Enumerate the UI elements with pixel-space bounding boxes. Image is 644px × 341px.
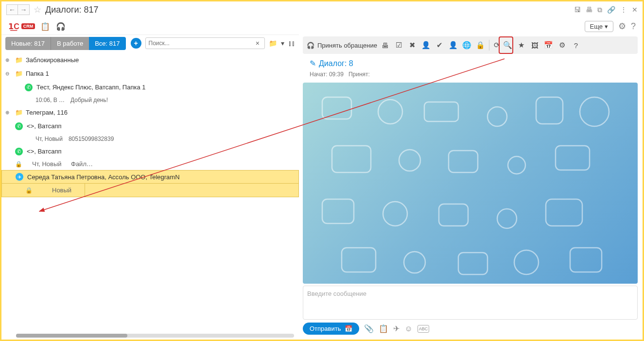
horizontal-scrollbar[interactable] (16, 334, 294, 338)
item-status: Новый (52, 187, 71, 194)
annotation-highlight-box (499, 36, 513, 54)
tree-label: Папка 1 (26, 70, 49, 77)
send-button[interactable]: Отправить 📅 (303, 323, 359, 335)
link-icon[interactable]: 🔗 (607, 6, 615, 14)
lock-icon: 🔒 (25, 187, 33, 194)
svg-rect-11 (322, 199, 354, 223)
tree-item-test-meta: 10:06, В … Добрый день! (1, 94, 299, 106)
lock-edit-icon[interactable]: 🔒 (475, 40, 486, 51)
svg-point-1 (378, 100, 402, 124)
calendar-icon[interactable]: 📅 (543, 40, 554, 51)
chat-check-icon[interactable]: ☑ (394, 40, 404, 51)
tree-row-folder1[interactable]: ⊖ 📁 Папка 1 (1, 67, 299, 81)
dialog-toolbar: 🎧 Принять обращение 🖶 ☑ ✖ 👤 ✔ 👤 🌐 🔒 ⟳ 🔍 … (303, 36, 638, 54)
printer-icon[interactable]: 🖶 (380, 40, 391, 51)
item-time: Чт, Новый (32, 160, 71, 168)
svg-rect-6 (332, 146, 371, 172)
pencil-icon: ✎ (310, 59, 316, 68)
chat-pattern-icon (303, 83, 638, 284)
left-pane: Новые: 817 В работе Все: 817 + × 📁 ▾ ⫿⫿ … (1, 34, 299, 340)
template-icon[interactable]: ✈ (393, 324, 400, 333)
clipboard-icon[interactable]: 📋 (40, 21, 51, 32)
message-input[interactable]: Введите сообщение (303, 286, 638, 320)
started-label: Начат: (310, 71, 328, 78)
svg-rect-10 (556, 146, 590, 170)
add-dialog-button[interactable]: + (131, 38, 141, 49)
paste-icon[interactable]: 📋 (379, 324, 388, 333)
calendar-small-icon: 📅 (345, 325, 352, 332)
emoji-icon[interactable]: ☺ (404, 324, 412, 333)
svg-point-14 (497, 209, 517, 228)
svg-rect-18 (458, 253, 487, 274)
globe-icon[interactable]: 🌐 (462, 40, 472, 51)
window-titlebar: ← → ☆ Диалоги: 817 🖫 🖶 ⧉ 🔗 ⋮ ✕ (1, 1, 643, 18)
tree-label: Заблокированные (26, 56, 79, 64)
headset-icon[interactable]: 🎧 (55, 21, 66, 32)
nav-back-button[interactable]: ← (6, 4, 18, 15)
whatsapp-icon: ✆ (25, 84, 33, 91)
more-button[interactable]: Еще ▾ (585, 21, 613, 32)
folder-icon: 📁 (15, 56, 23, 64)
svg-point-12 (383, 202, 407, 226)
contact-card-icon[interactable]: 👤 (448, 40, 459, 51)
search-box[interactable]: × (145, 37, 265, 49)
help-icon[interactable]: ? (571, 40, 581, 51)
scrollbar-thumb[interactable] (16, 334, 127, 338)
tab-in-work[interactable]: В работе (51, 37, 89, 50)
tree-row-blocked[interactable]: ⊕ 📁 Заблокированные (1, 53, 299, 67)
funnel-filter-icon[interactable]: ▾ (281, 39, 284, 47)
more-menu-icon[interactable]: ⋮ (620, 6, 627, 14)
accepted-label: Принят: (348, 71, 370, 78)
save-icon[interactable]: 🖫 (574, 6, 581, 14)
folder-icon: 📁 (15, 109, 23, 116)
columns-icon[interactable]: ⫿⫿ (288, 39, 295, 47)
item-time: 10:06, В … (35, 97, 65, 103)
tab-all[interactable]: Все: 817 (89, 37, 125, 50)
refresh-icon[interactable]: ⟳ (489, 40, 500, 51)
nav-forward-button[interactable]: → (18, 4, 30, 15)
settings-gear-icon[interactable]: ⚙ (618, 21, 626, 32)
dialog-header: ✎ Диалог: 8 Начат: 09:39 Принят: (303, 54, 643, 83)
tree-item-whatsapp-2[interactable]: ✆ <>, Ватсапп (1, 145, 299, 158)
collapse-icon[interactable]: ⊖ (5, 71, 12, 76)
logo-1c: 1͟C (8, 22, 19, 31)
clipboard-check-icon[interactable]: ✔ (435, 40, 445, 51)
gear-icon[interactable]: ⚙ (557, 40, 568, 51)
accept-label: Принять обращение (317, 42, 377, 49)
dialog-title[interactable]: ✎ Диалог: 8 (310, 59, 636, 68)
tab-new[interactable]: Новые: 817 (5, 37, 51, 50)
tree-item-test[interactable]: ✆ Тест, Яндекс Плюс, Ватсапп, Папка 1 (1, 81, 299, 94)
svg-rect-2 (424, 102, 458, 121)
clear-search-icon[interactable]: × (254, 39, 261, 47)
tree-item-whatsapp-1[interactable]: ✆ <>, Ватсапп (1, 119, 299, 133)
dialogs-tree[interactable]: ⊕ 📁 Заблокированные ⊖ 📁 Папка 1 ✆ Тест, … (1, 51, 299, 340)
app-top-bar: 1͟C CRM 📋 🎧 Еще ▾ ⚙ ? (1, 18, 643, 34)
close-icon[interactable]: ✕ (632, 6, 638, 14)
folder-filter-icon[interactable]: 📁 (269, 39, 277, 47)
search-input[interactable] (149, 40, 254, 47)
star-icon[interactable]: ★ (516, 40, 527, 51)
tree-item-selected[interactable]: ✈ Середа Татьяна Петровна, Ассоль ООО, T… (1, 170, 299, 184)
logo-crm: CRM (21, 23, 35, 29)
accept-request-button[interactable]: 🎧 Принять обращение (307, 42, 377, 49)
svg-rect-13 (439, 204, 468, 226)
expand-icon[interactable]: ⊕ (5, 110, 12, 115)
tree-item-whatsapp-2-meta: 🔒 Чт, Новый Файл… (1, 158, 299, 170)
abc-icon[interactable]: ABC (418, 325, 430, 333)
svg-point-19 (514, 250, 539, 274)
help-icon[interactable]: ? (631, 21, 636, 32)
print-icon[interactable]: 🖶 (586, 6, 592, 14)
export-icon[interactable]: ⧉ (597, 6, 602, 14)
svg-rect-16 (342, 248, 376, 272)
chat-close-icon[interactable]: ✖ (407, 40, 418, 51)
tree-item-selected-meta: 🔒 Новый (1, 184, 299, 197)
attach-icon[interactable]: 📎 (364, 324, 374, 333)
favorite-star-icon[interactable]: ☆ (34, 4, 41, 15)
expand-icon[interactable]: ⊕ (5, 57, 12, 63)
svg-rect-8 (449, 151, 478, 172)
svg-point-9 (508, 156, 525, 174)
user-manage-icon[interactable]: 👤 (421, 40, 432, 51)
tree-row-telegram[interactable]: ⊕ 📁 Телеграм, 116 (1, 106, 299, 119)
image-icon[interactable]: 🖼 (530, 40, 540, 51)
right-pane: 🎧 Принять обращение 🖶 ☑ ✖ 👤 ✔ 👤 🌐 🔒 ⟳ 🔍 … (299, 34, 643, 340)
